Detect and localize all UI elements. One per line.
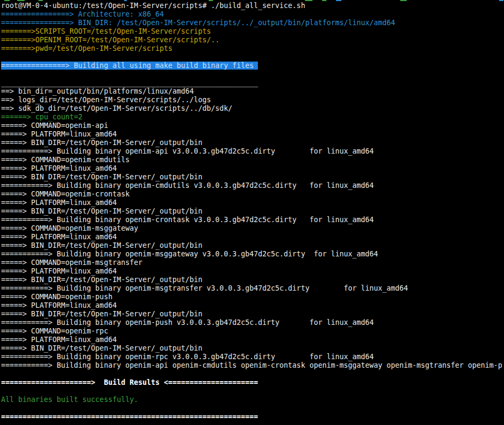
terminal-line: ===========> Building binary openim-api … [1,147,504,156]
terminal-line [1,53,504,62]
terminal-line: ==> sdk_db_dir=/test/Open-IM-Server/scri… [1,104,504,113]
terminal-line: ===========> Building binary openim-cmdu… [1,181,504,190]
terminal-line: ================> Architecture: x86_64 [1,10,504,19]
terminal-line: =====> BIN_DIR=/test/Open-IM-Server/_out… [1,173,504,181]
terminal-line: =====> COMMAND=openim-rpc [1,327,504,336]
terminal-line: ===========> Building binary openim-push… [1,318,504,327]
terminal-line: =====> PLATFORM=linux_amd64 [1,233,504,241]
terminal-line: =====> COMMAND=openim-msggateway [1,224,504,233]
terminal-line: ==> bin_dir=_output/bin/platforms/linux/… [1,87,504,96]
terminal-line: =====> PLATFORM=linux_amd64 [1,130,504,139]
terminal-line: =====> BIN_DIR=/test/Open-IM-Server/_out… [1,207,504,216]
terminal-line: =====> PLATFORM=linux_amd64 [1,164,504,173]
terminal-line [1,70,504,79]
terminal-line: ========================================… [1,413,504,421]
highlighted-text: ===============> Building all using make… [1,62,258,70]
terminal-output: root@VM-0-4-ubuntu:/test/Open-IM-Server/… [1,2,504,421]
terminal-line: ======> cpu_count=2 [1,113,504,122]
terminal-line: =======>pwd=/test/Open-IM-Server/scripts [1,44,504,53]
terminal-line: All binaries built successfully. [1,396,504,404]
text-fragment [322,0,326,1]
text-fragment [499,0,503,1]
terminal-line: =====> COMMAND=openim-msgtransfer [1,259,504,267]
terminal-screen[interactable]: root@VM-0-4-ubuntu:/test/Open-IM-Server/… [0,0,504,425]
terminal-line: =====> COMMAND=openim-cmdutils [1,156,504,164]
terminal-line: ===========> Building binary openim-cron… [1,216,504,224]
terminal-line: =====> PLATFORM=linux_amd64 [1,301,504,310]
terminal-line: root@VM-0-4-ubuntu:/test/Open-IM-Server/… [1,2,504,10]
terminal-line: ===========> Building binary openim-rpc … [1,353,504,361]
text-fragment [39,0,43,1]
terminal-line: =====> BIN_DIR=/test/Open-IM-Server/_out… [1,276,504,284]
terminal-line [1,387,504,396]
text-fragment [305,0,312,1]
terminal-line: ==> logs_dir=/test/Open-IM-Server/script… [1,96,504,104]
terminal-line [1,404,504,413]
terminal-line: =====> BIN_DIR=/test/Open-IM-Server/_out… [1,344,504,353]
terminal-line: =====> COMMAND=openim-api [1,122,504,130]
terminal-line: ===========> Building binary openim-api … [1,361,504,370]
terminal-line: ________________________________________… [1,79,504,87]
terminal-line: ================> BIN_DIR: /test/Open-IM… [1,19,504,27]
terminal-line: =====> PLATFORM=linux_amd64 [1,267,504,276]
terminal-line: =======>OPENIM_ROOT=/test/Open-IM-Server… [1,36,504,44]
terminal-line: =====> COMMAND=openim-crontask [1,190,504,199]
terminal-line: =====================> Build Results <==… [1,378,504,387]
terminal-line: =====> BIN_DIR=/test/Open-IM-Server/_out… [1,139,504,147]
terminal-line: =====> PLATFORM=linux_amd64 [1,199,504,207]
text-fragment [336,0,341,1]
text-fragment [4,0,10,1]
terminal-line [1,370,504,378]
text-fragment [17,0,25,1]
terminal-line: ===========> Building binary openim-msgg… [1,250,504,259]
terminal-line: =====> COMMAND=openim-push [1,293,504,301]
text-fragment [124,0,127,1]
terminal-line: =====> BIN_DIR=/test/Open-IM-Server/_out… [1,241,504,250]
terminal-line: =====> BIN_DIR=/test/Open-IM-Server/_out… [1,310,504,318]
text-fragment [209,0,213,1]
text-fragment [400,0,407,1]
terminal-line: =======>SCRIPTS_ROOT=/test/Open-IM-Serve… [1,27,504,36]
terminal-line: =====> PLATFORM=linux_amd64 [1,336,504,344]
terminal-line: ===============> Building all using make… [1,62,504,70]
terminal-line: ===========> Building binary openim-msgt… [1,284,504,293]
